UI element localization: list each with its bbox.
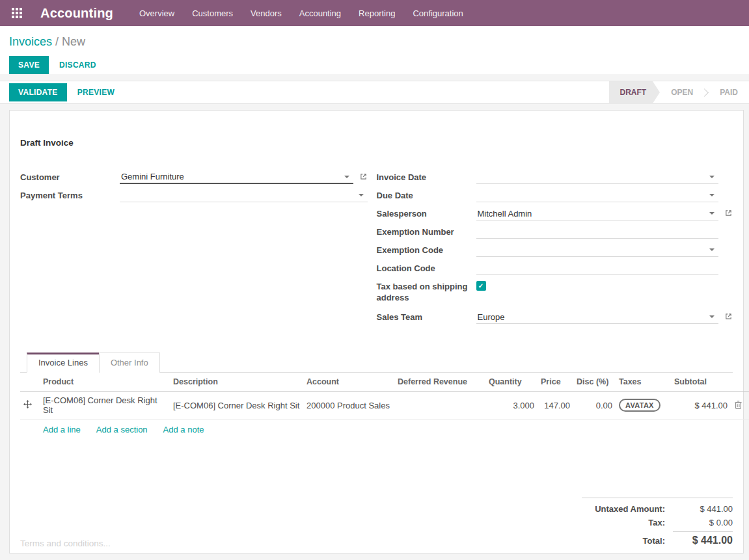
tab-invoice-lines[interactable]: Invoice Lines (27, 353, 100, 373)
drag-handle-icon[interactable] (23, 400, 32, 410)
tax-shipping-checkbox[interactable]: ✓ (476, 281, 486, 291)
delete-line-button[interactable] (734, 400, 742, 411)
external-link-icon[interactable] (724, 209, 733, 219)
salesperson-value[interactable]: Mitchell Admin (478, 209, 707, 219)
terms-and-conditions-input[interactable]: Terms and conditions... (20, 539, 111, 548)
cell-quantity[interactable]: 3.000 (485, 392, 538, 420)
add-a-note-link[interactable]: Add a note (163, 425, 204, 434)
location-code-field[interactable] (476, 261, 719, 275)
col-description[interactable]: Description (170, 373, 303, 392)
untaxed-amount-label: Untaxed Amount: (582, 504, 673, 514)
state-draft[interactable]: DRAFT (609, 81, 653, 104)
main-area: Draft Invoice Customer Gemini Furniture … (0, 104, 749, 553)
due-date-field[interactable] (476, 189, 719, 202)
col-disc[interactable]: Disc (%) (573, 373, 616, 392)
cell-price[interactable]: 147.00 (538, 392, 573, 420)
menu-vendors[interactable]: Vendors (251, 8, 282, 18)
customer-field[interactable]: Gemini Furniture (120, 170, 353, 184)
chevron-down-icon[interactable] (344, 176, 349, 178)
menu-overview[interactable]: Overview (139, 8, 174, 18)
cell-subtotal[interactable]: $ 441.00 (671, 392, 731, 420)
invoice-date-label: Invoice Date (377, 170, 476, 183)
exemption-code-field[interactable] (476, 243, 719, 257)
top-menu: Overview Customers Vendors Accounting Re… (139, 8, 463, 18)
app-title[interactable]: Accounting (40, 6, 113, 21)
chevron-down-icon[interactable] (709, 248, 715, 251)
col-taxes[interactable]: Taxes (616, 373, 671, 392)
total-row: Total: $ 441.00 (582, 529, 733, 548)
menu-configuration[interactable]: Configuration (413, 8, 463, 18)
form-right-column: Invoice Date Due Date Sale (377, 170, 733, 328)
notebook-tabs: Invoice Lines Other Info (20, 353, 733, 373)
line-add-links: Add a line Add a section Add a note (20, 420, 733, 440)
external-link-icon[interactable] (724, 312, 733, 323)
menu-accounting[interactable]: Accounting (299, 8, 341, 18)
discard-button[interactable]: DISCARD (53, 57, 103, 73)
sales-team-label: Sales Team (377, 310, 476, 323)
tax-shipping-label: Tax based on shipping address (377, 280, 476, 303)
state-open[interactable]: OPEN (660, 81, 704, 104)
invoice-date-field[interactable] (476, 170, 719, 184)
untaxed-amount-row: Untaxed Amount: $ 441.00 (582, 502, 733, 516)
cell-account[interactable]: 200000 Product Sales (303, 392, 394, 420)
menu-customers[interactable]: Customers (192, 8, 233, 18)
total-value: $ 441.00 (673, 531, 733, 546)
payment-terms-field[interactable] (120, 189, 368, 202)
cell-product[interactable]: [E-COM06] Corner Desk Right Sit (40, 392, 170, 420)
cell-disc[interactable]: 0.00 (573, 392, 616, 420)
sales-team-value[interactable]: Europe (478, 312, 707, 322)
table-header-row: Product Description Account Deferred Rev… (20, 373, 749, 392)
chevron-down-icon[interactable] (709, 194, 715, 196)
tax-row: Tax: $ 0.00 (582, 516, 733, 529)
cell-deferred-revenue[interactable] (394, 392, 485, 420)
col-price[interactable]: Price (538, 373, 573, 392)
cell-description[interactable]: [E-COM06] Corner Desk Right Sit (170, 392, 303, 420)
save-button[interactable]: SAVE (9, 56, 49, 74)
statusbar-row: VALIDATE PREVIEW DRAFT OPEN PAID (0, 81, 749, 104)
total-label: Total: (582, 536, 673, 546)
handle-column-header (20, 373, 40, 392)
form-left-column: Customer Gemini Furniture Payment Terms (20, 170, 377, 328)
tax-label: Tax: (582, 518, 673, 527)
add-a-line-link[interactable]: Add a line (43, 425, 81, 434)
apps-grid-icon[interactable] (12, 8, 22, 18)
external-link-icon[interactable] (359, 172, 368, 183)
add-a-section-link[interactable]: Add a section (96, 425, 148, 434)
sales-team-field[interactable]: Europe (476, 310, 719, 324)
col-subtotal[interactable]: Subtotal (671, 373, 731, 392)
chevron-down-icon[interactable] (709, 176, 715, 178)
tab-other-info[interactable]: Other Info (99, 353, 160, 373)
col-account[interactable]: Account (303, 373, 394, 392)
cell-taxes[interactable]: AVATAX (616, 392, 671, 420)
state-arrow (653, 81, 660, 103)
top-navbar: Accounting Overview Customers Vendors Ac… (0, 0, 749, 26)
menu-reporting[interactable]: Reporting (359, 8, 395, 18)
breadcrumb-current: New (62, 35, 85, 48)
col-quantity[interactable]: Quantity (485, 373, 538, 392)
totals-box: Untaxed Amount: $ 441.00 Tax: $ 0.00 Tot… (582, 498, 733, 548)
exemption-number-field[interactable] (476, 225, 719, 239)
col-deferred-revenue[interactable]: Deferred Revenue (394, 373, 485, 392)
salesperson-label: Salesperson (377, 207, 476, 219)
chevron-down-icon[interactable] (359, 194, 364, 196)
exemption-code-label: Exemption Code (377, 243, 476, 256)
salesperson-field[interactable]: Mitchell Admin (476, 207, 719, 220)
control-panel: Invoices / New SAVE DISCARD (0, 26, 749, 74)
preview-button[interactable]: PREVIEW (71, 84, 121, 101)
customer-value[interactable]: Gemini Furniture (121, 172, 342, 181)
table-row[interactable]: [E-COM06] Corner Desk Right Sit [E-COM06… (20, 392, 749, 420)
validate-button[interactable]: VALIDATE (9, 83, 67, 101)
col-product[interactable]: Product (40, 373, 170, 392)
state-steps: DRAFT OPEN PAID (609, 81, 749, 104)
chevron-down-icon[interactable] (709, 315, 715, 318)
page-title: Draft Invoice (20, 138, 733, 148)
breadcrumb-invoices-link[interactable]: Invoices (9, 35, 52, 48)
chevron-down-icon[interactable] (709, 212, 715, 215)
state-paid[interactable]: PAID (709, 81, 749, 104)
breadcrumb: Invoices / New (9, 35, 740, 49)
breadcrumb-separator: / (55, 35, 62, 48)
avatax-badge[interactable]: AVATAX (619, 399, 660, 412)
payment-terms-label: Payment Terms (20, 189, 120, 201)
location-code-label: Location Code (377, 261, 476, 274)
due-date-label: Due Date (377, 189, 476, 201)
